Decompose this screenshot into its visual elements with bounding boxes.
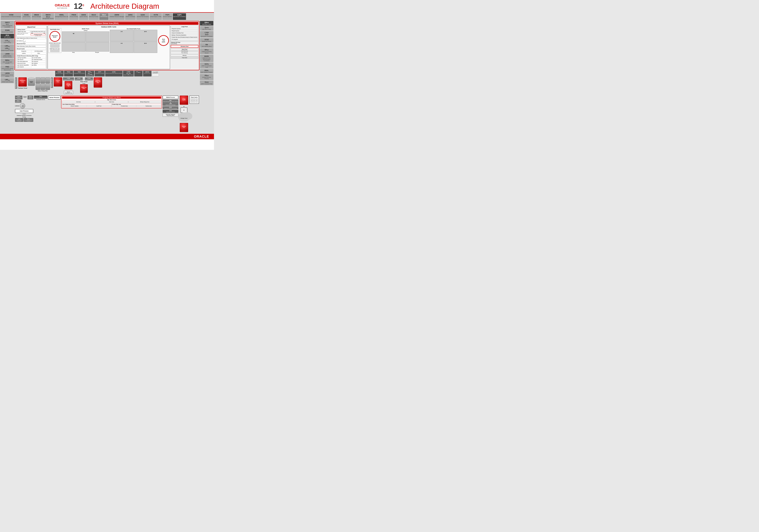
grd-item11: ges enqueues [17,66,32,68]
proc-smon: SMON (System Monitor) [79,13,88,20]
runtime-area: Runtime Area [137,105,161,107]
large-pool: Large Pool Response Queues Request Queue… [171,25,198,41]
grd-item1: ges big msg buffers [17,57,31,59]
proc-gen0: GEN0 (General Task Execution) [136,13,149,20]
lreg-area: LREG(Listener Registration Process) Dedi… [34,96,47,100]
footer-oracle-r: ® [210,136,211,138]
proc-nnnn: Nnnn (Connection Broker Process) [24,118,33,122]
right-pools: Large Pool Response Queues Request Queue… [171,25,198,69]
proc-ipc0: IPC0 (IPC Service) [1,34,14,38]
server-process-box: Server Process [48,96,60,100]
proc-reco: RECO (Recovery Process) [89,13,99,20]
left-column: SMCO Wnnn (Space Management Coordinator)… [1,21,14,133]
redo-group-disks: Group Redo LogFiles [80,83,88,93]
non-default-buffer-pools: Non Default Buffer Pools 2 K 16 K 4 K 32… [110,28,157,53]
control-files-disk: ControlFiles [54,77,62,87]
sga-title: System Global Area (SGA) [16,22,198,25]
proc-vkrm: VKRM (Virtual Scheduler for Resource Man… [1,13,21,20]
reserved-pool: Reserved Pool [17,43,46,45]
top-processes-row: VKRM (Virtual Scheduler for Resource Man… [0,13,214,20]
memory-box: Memory [171,55,198,57]
proc-onnn: Onnn (ASM Connection Pool) [200,81,213,85]
dnnn-row: Dnnn (Dispatchers) [15,100,33,103]
fc-c2 [193,98,195,101]
system-undo-visual: SystemUndo [28,77,35,87]
proc-lnnn: Lnnn (Pooled Server Process) [15,118,23,122]
checkpoint-queue: Checkpoint Queue [30,34,45,35]
image-backup-area: ImageCopies or 📼 Tape Backup Storage Clo… [179,96,189,133]
uga-sub: Session Variables OLAP Pool [62,105,111,107]
shared-pool-title: Shared Pool [17,26,46,28]
large-pool-title: Large Pool [171,26,198,27]
java-used: Used Memory [171,50,198,52]
shared-io-title: Shared I/O Pool [171,42,198,43]
proc-ping: PING (Interconnected Latency Measurement… [1,65,14,71]
buffer-grid: 8K [62,31,109,52]
proc-smco: SMCO Wnnn (Space Management Coordinator) [1,21,14,28]
redo-log-buffer-area: RedoLogBuffer [158,28,169,53]
mml-box: MML(Media Management Layer routines)orOS… [163,100,179,106]
enqueues-item: Enqueues [17,50,31,52]
archived-redo-disk: ArchivedRedo LogFiles [94,77,102,88]
flash-cache-grid [191,98,198,103]
shared-sql-area: Shared SQL Area (Hash value SQL source E… [17,30,30,36]
keep-lru-label: KEEP flash LRU chain [50,48,60,49]
dia0-box: DIA0(Diagnostic Process) [163,110,179,113]
proc-rm: RM (RAT Masking Slave) [200,43,213,48]
oracle-name: ORACLE [55,3,70,7]
proc-dbw0: DBW0,J BW36-99 (Database Writer) [86,71,94,76]
proc-qmnn: QMnn (AQ Master Class) [200,21,213,25]
tape-backup-icon: 📼 [180,107,187,113]
footer-oracle-label: ORACLE [194,135,209,139]
request-queue: Request Queue [171,30,198,32]
buf-32k: 32 K [134,42,157,53]
proc-qnnn: Qnnn (AQ Server Class) [200,26,213,30]
redo-thread-label: Redo Thread [80,81,87,82]
ilm-bitmap-item: ILM bitmap tables [31,50,46,52]
version-number: 12c [74,2,84,11]
buffer-empty1 [86,31,109,42]
shared-io-desc: (SecureFiles) [171,43,198,44]
proc-rbal: RBAL (ASM Rebalance Master) [200,69,213,73]
proc-rvwr: RVWR (Recovery Writer) [55,71,63,76]
flash-buffer-title: Flash Buffer Area [50,29,60,30]
main-diagram: SMCO Wnnn (Space Management Coordinator)… [0,20,214,134]
flashback-disk-front: FlashbackLogs [18,77,27,85]
redo-disk-group: Redo LogFiles [80,84,88,93]
proc-rpnn: RPnn (Capture Processing Worker) [200,48,213,54]
result-cache: Result Cache [17,48,46,50]
lnnn-nnnn-row: Lnnn (Pooled Server Process) Nnnn (Conne… [15,118,33,122]
shared-sql-desc: (Hash value SQL source Execution plan) [17,32,30,35]
proc-ckpt: CKPT (Checkpoint Process) [95,71,104,76]
proc-lms0z: LMS0-z (Global Cache Service) [1,78,14,83]
listener-icon: 🎧 [20,103,25,108]
buffer-empty3 [86,42,109,52]
adr-box: Automatic DiagnosticRepository (ADR) [163,113,179,117]
buffer-pools-title: Buffer Pools [62,28,109,29]
server-param-file: Server Parameter File [64,91,73,94]
default-label: Default [62,30,109,31]
buf-16k: 16 K [134,30,157,41]
proc-mmon: MMONMnnn (Manageability Monitor) [42,13,54,20]
proc-emnc: EMNC (EMON Coordinator) [125,13,136,20]
non-default-title: Non Default Buffer Pools [110,28,157,29]
grd-item6: gcs resources [31,61,46,62]
db-resident-label: Database Resident Connection [15,115,33,116]
non-default-grid: 2 K 16 K 4 K 32 K [110,30,157,53]
ar-front: ArchivedRedo LogFiles [94,77,102,86]
grd-row4: ges process array gcs shadows [17,62,45,64]
bottom-user-server: Pnnn (Parallel Query Slaves) SharedServe… [15,95,199,133]
cf-front: ControlFiles [54,77,62,85]
storage-cloud: Storage Cloud [179,115,189,122]
fc-c3 [196,98,198,101]
pga-box: Program Global Area (PGA) SQL Work Areas… [61,96,162,108]
rman-box: RMAN Process [163,96,179,99]
grd-row6: ges enqueues [17,66,45,68]
archived-redo-area: ArchivedRedo LogFiles [94,77,102,88]
grd-row2: ges resource gcs mastership buckets [17,59,45,61]
scmn-row: SCMN(Thread Listener) ... SCMN(Thread Li… [75,77,93,80]
grd-item2: gcs res hash bucket [31,57,46,59]
grd-item10: gcs affinity [31,64,46,66]
ic-front: ImageCopies [180,96,188,103]
default-lru-label: DEFAULT flash LRU chain [49,43,60,44]
